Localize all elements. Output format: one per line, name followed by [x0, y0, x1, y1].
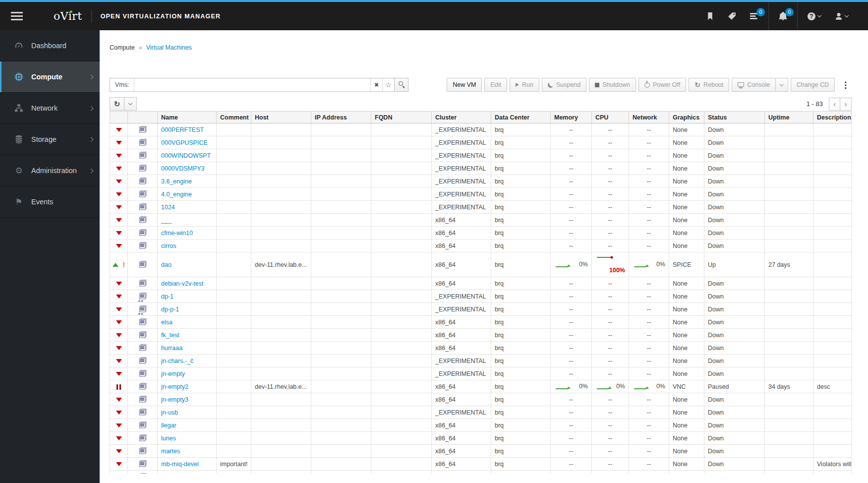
run-button[interactable]: Run — [510, 78, 539, 92]
vm-name-link[interactable]: debian-v2v-test — [161, 280, 203, 287]
bookmark-search-button[interactable]: ☆ — [382, 78, 394, 91]
column-header-icon[interactable] — [110, 112, 128, 123]
shutdown-button[interactable]: Shutdown — [589, 78, 636, 92]
column-header-data-center[interactable]: Data Center — [491, 112, 551, 123]
table-row[interactable]: ! ◄◄ jn-usb _EXPERIMENTAL brq -- -- -- N… — [110, 406, 852, 419]
table-row[interactable]: ! ◄◄ martes x86_64 brq -- -- -- None Dow… — [110, 445, 852, 458]
table-row[interactable]: ! ◄◄ mb-miq-devel important! x86_64 brq … — [110, 458, 852, 471]
table-row[interactable]: ! ◄◄ hurraaa x86_64 brq -- -- -- None Do… — [110, 342, 852, 355]
column-header-name[interactable]: Name — [158, 112, 217, 123]
column-header-cluster[interactable]: Cluster — [432, 112, 491, 123]
column-header-uptime[interactable]: Uptime — [765, 112, 813, 123]
vm-name-link[interactable]: 3.6_engine — [161, 178, 192, 185]
vm-name-link[interactable]: lunes — [161, 435, 176, 442]
vm-name-link[interactable]: dp-1 — [161, 293, 174, 300]
table-row[interactable]: ! ◄◄ fk_test x86_64 brq -- -- -- None Do… — [110, 329, 852, 342]
help-menu-button[interactable]: ? — [801, 2, 828, 30]
kebab-menu-button[interactable]: ⋮ — [839, 80, 852, 90]
search-input[interactable] — [134, 78, 370, 91]
bookmarks-button[interactable] — [699, 2, 721, 30]
vm-name-link[interactable]: 000VGPUSPICE — [161, 139, 208, 146]
column-header-comment[interactable]: Comment — [217, 112, 251, 123]
sidebar-item-dashboard[interactable]: Dashboard — [0, 30, 100, 61]
vm-name-link[interactable]: jn-empty3 — [161, 396, 188, 403]
table-row[interactable]: ! ◄◄ jn-empty3 x86_64 brq -- -- -- None … — [110, 393, 852, 406]
vm-name-link[interactable]: 000WINDOWSPT — [161, 152, 211, 159]
column-header-host[interactable]: Host — [251, 112, 311, 123]
table-row[interactable]: ! ◄◄ 000PERFTEST _EXPERIMENTAL brq -- --… — [110, 123, 852, 136]
vm-name-link[interactable]: jn-usb — [161, 409, 178, 416]
table-row[interactable]: ! ◄◄ jn-chars.-_č _EXPERIMENTAL brq -- -… — [110, 355, 852, 367]
table-row[interactable]: ! ◄◄ dao dev-11.rhev.lab.e... x86_64 brq… — [110, 252, 852, 277]
column-header-status[interactable]: Status — [704, 112, 765, 123]
vm-name-link[interactable]: jn-empty2 — [161, 383, 188, 390]
table-row[interactable]: ! ◄◄ jn-empty2 dev-11.rhev.lab.e... x86_… — [110, 380, 852, 393]
edit-button[interactable]: Edit — [484, 78, 507, 92]
sidebar-item-storage[interactable]: Storage — [0, 124, 100, 155]
next-page-button[interactable]: › — [840, 98, 852, 111]
table-row[interactable]: ! ◄◄ llegar x86_64 brq -- -- -- None Dow… — [110, 419, 852, 432]
vm-name-link[interactable]: dao — [161, 261, 172, 268]
table-row[interactable]: ! ◄◄ 000VGPUSPICE _EXPERIMENTAL brq -- -… — [110, 136, 852, 149]
user-menu-button[interactable] — [828, 2, 855, 30]
sidebar-item-compute[interactable]: Compute — [0, 61, 100, 93]
tags-button[interactable] — [721, 2, 743, 30]
vm-name-link[interactable]: fk_test — [161, 332, 179, 339]
table-row[interactable]: ! ◄◄ 000WINDOWSPT _EXPERIMENTAL brq -- -… — [110, 149, 852, 162]
vm-name-link[interactable]: llegar — [161, 422, 176, 429]
console-dropdown-button[interactable] — [776, 78, 788, 92]
breadcrumb-current-page[interactable]: Virtual Machines — [146, 44, 192, 51]
table-row[interactable]: ! ◄◄ lunes x86_64 brq -- -- -- None Down — [110, 432, 852, 445]
vm-name-link[interactable]: dp-p-1 — [161, 306, 179, 313]
sidebar-item-events[interactable]: ⚑ Events — [0, 186, 100, 218]
vm-name-link[interactable]: jn-empty — [161, 370, 185, 377]
table-row[interactable]: ! ◄◄ debian-v2v-test x86_64 brq -- -- --… — [110, 277, 852, 290]
vm-name-link[interactable]: ___ — [161, 217, 172, 224]
breadcrumb-compute-link[interactable]: Compute — [110, 44, 135, 51]
hamburger-menu-button[interactable] — [0, 2, 30, 30]
power-off-button[interactable]: Power Off — [638, 78, 686, 92]
clear-search-button[interactable]: ✖ — [370, 78, 382, 91]
vm-name-link[interactable]: 000PERFTEST — [161, 126, 204, 133]
search-button[interactable] — [395, 78, 408, 92]
notifications-button[interactable]: 0 — [772, 2, 794, 30]
table-row[interactable]: ! ◄◄ dp-1 _EXPERIMENTAL brq -- -- -- Non… — [110, 290, 852, 303]
table-row[interactable]: ! ◄◄ 0000VDSMPY3 _EXPERIMENTAL brq -- --… — [110, 162, 852, 175]
table-row[interactable]: ! ◄◄ 3.6_engine _EXPERIMENTAL brq -- -- … — [110, 175, 852, 188]
table-row[interactable]: ! ◄◄ ___ x86_64 brq -- -- -- None Down — [110, 214, 852, 227]
table-row[interactable]: ! ◄◄ 1024 _EXPERIMENTAL brq -- -- -- Non… — [110, 201, 852, 214]
table-row[interactable]: ! ◄◄ jn-empty _EXPERIMENTAL brq -- -- --… — [110, 367, 852, 380]
refresh-button[interactable]: ↻ — [110, 97, 124, 111]
vm-name-link[interactable]: jn-chars.-_č — [161, 358, 193, 364]
column-header-cpu[interactable]: CPU — [592, 112, 629, 123]
tasks-button[interactable]: 0 — [743, 2, 765, 30]
table-row[interactable]: ! ◄◄ cfme-win10 x86_64 brq -- -- -- None… — [110, 227, 852, 240]
column-header-graphics[interactable]: Graphics — [669, 112, 704, 123]
column-header-network[interactable]: Network — [629, 112, 669, 123]
column-header-ip-address[interactable]: IP Address — [311, 112, 371, 123]
vm-name-link[interactable]: hurraaa — [161, 345, 182, 352]
vm-name-link[interactable]: mb-net-noget — [161, 474, 198, 474]
refresh-rate-dropdown-button[interactable] — [124, 97, 137, 111]
table-row[interactable]: ! ◄◄ 4.0_engine _EXPERIMENTAL brq -- -- … — [110, 188, 852, 201]
column-header-description[interactable]: Description — [813, 112, 852, 123]
suspend-button[interactable]: Suspend — [542, 78, 586, 92]
column-header-fqdn[interactable]: FQDN — [371, 112, 432, 123]
vm-name-link[interactable]: martes — [161, 448, 180, 455]
column-header-icon[interactable] — [128, 112, 158, 123]
vm-name-link[interactable]: cfme-win10 — [161, 230, 193, 237]
table-row[interactable]: ! ◄◄ dp-p-1 _EXPERIMENTAL brq -- -- -- N… — [110, 303, 852, 316]
column-header-memory[interactable]: Memory — [551, 112, 592, 123]
console-button[interactable]: Console — [732, 78, 776, 92]
vm-name-link[interactable]: mb-miq-devel — [161, 461, 199, 468]
change-cd-button[interactable]: Change CD — [791, 78, 835, 92]
vm-name-link[interactable]: elsa — [161, 319, 173, 326]
sidebar-item-network[interactable]: Network — [0, 93, 100, 124]
vm-name-link[interactable]: 0000VDSMPY3 — [161, 165, 205, 172]
prev-page-button[interactable]: ‹ — [829, 98, 840, 111]
table-row[interactable]: ! ◄◄ mb-net-noget x86_64 brq -- -- -- No… — [110, 471, 852, 474]
sidebar-item-administration[interactable]: ⚙ Administration — [0, 155, 100, 186]
vm-name-link[interactable]: cirros — [161, 242, 176, 249]
table-row[interactable]: ! ◄◄ cirros x86_64 brq -- -- -- None Dow… — [110, 240, 852, 252]
reboot-button[interactable]: ↻Reboot — [689, 78, 729, 92]
